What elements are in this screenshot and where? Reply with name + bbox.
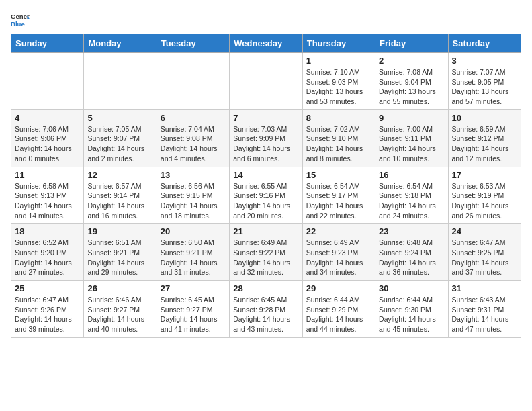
- svg-text:Blue: Blue: [11, 20, 25, 28]
- day-number: 22: [306, 226, 371, 236]
- day-cell: 14Sunrise: 6:55 AM Sunset: 9:16 PM Dayli…: [230, 167, 302, 224]
- day-info: Sunrise: 6:54 AM Sunset: 9:18 PM Dayligh…: [379, 181, 444, 221]
- day-cell: 26Sunrise: 6:46 AM Sunset: 9:27 PM Dayli…: [84, 281, 157, 338]
- day-cell: 9Sunrise: 7:00 AM Sunset: 9:11 PM Daylig…: [375, 109, 448, 167]
- day-info: Sunrise: 7:06 AM Sunset: 9:06 PM Dayligh…: [15, 124, 80, 164]
- logo: General Blue: [11, 11, 30, 30]
- day-cell: [11, 53, 84, 110]
- day-cell: 20Sunrise: 6:50 AM Sunset: 9:21 PM Dayli…: [157, 224, 229, 281]
- day-info: Sunrise: 6:52 AM Sunset: 9:20 PM Dayligh…: [15, 238, 80, 277]
- day-number: 27: [161, 283, 226, 293]
- day-cell: 4Sunrise: 7:06 AM Sunset: 9:06 PM Daylig…: [11, 109, 84, 167]
- day-cell: 11Sunrise: 6:58 AM Sunset: 9:13 PM Dayli…: [11, 167, 84, 224]
- day-info: Sunrise: 6:59 AM Sunset: 9:12 PM Dayligh…: [452, 124, 517, 164]
- day-info: Sunrise: 6:57 AM Sunset: 9:14 PM Dayligh…: [87, 181, 152, 221]
- day-info: Sunrise: 7:00 AM Sunset: 9:11 PM Dayligh…: [379, 124, 444, 164]
- day-number: 11: [15, 170, 80, 180]
- day-cell: 22Sunrise: 6:49 AM Sunset: 9:23 PM Dayli…: [302, 224, 375, 281]
- day-cell: 7Sunrise: 7:03 AM Sunset: 9:09 PM Daylig…: [230, 109, 302, 167]
- day-cell: 27Sunrise: 6:45 AM Sunset: 9:27 PM Dayli…: [157, 281, 229, 338]
- day-info: Sunrise: 7:03 AM Sunset: 9:09 PM Dayligh…: [233, 124, 298, 164]
- col-header-wednesday: Wednesday: [230, 34, 302, 53]
- day-cell: 15Sunrise: 6:54 AM Sunset: 9:17 PM Dayli…: [302, 167, 375, 224]
- day-cell: 25Sunrise: 6:47 AM Sunset: 9:26 PM Dayli…: [11, 281, 84, 338]
- day-cell: [157, 53, 229, 110]
- day-cell: 18Sunrise: 6:52 AM Sunset: 9:20 PM Dayli…: [11, 224, 84, 281]
- col-header-thursday: Thursday: [302, 34, 375, 53]
- day-number: 8: [306, 113, 371, 123]
- day-cell: 21Sunrise: 6:49 AM Sunset: 9:22 PM Dayli…: [230, 224, 302, 281]
- day-number: 4: [15, 113, 80, 123]
- day-cell: 17Sunrise: 6:53 AM Sunset: 9:19 PM Dayli…: [448, 167, 521, 224]
- day-info: Sunrise: 7:10 AM Sunset: 9:03 PM Dayligh…: [306, 67, 371, 107]
- day-info: Sunrise: 6:47 AM Sunset: 9:25 PM Dayligh…: [452, 238, 517, 277]
- day-number: 5: [87, 113, 152, 123]
- day-number: 2: [379, 56, 444, 66]
- day-number: 30: [379, 283, 444, 293]
- day-info: Sunrise: 6:48 AM Sunset: 9:24 PM Dayligh…: [379, 238, 444, 277]
- day-cell: 6Sunrise: 7:04 AM Sunset: 9:08 PM Daylig…: [157, 109, 229, 167]
- day-info: Sunrise: 7:02 AM Sunset: 9:10 PM Dayligh…: [306, 124, 371, 164]
- week-row-2: 4Sunrise: 7:06 AM Sunset: 9:06 PM Daylig…: [11, 109, 521, 167]
- week-row-5: 25Sunrise: 6:47 AM Sunset: 9:26 PM Dayli…: [11, 281, 521, 338]
- day-number: 3: [452, 56, 517, 66]
- day-number: 13: [161, 170, 226, 180]
- day-cell: 23Sunrise: 6:48 AM Sunset: 9:24 PM Dayli…: [375, 224, 448, 281]
- header: General Blue: [11, 11, 521, 30]
- col-header-saturday: Saturday: [448, 34, 521, 53]
- day-cell: 8Sunrise: 7:02 AM Sunset: 9:10 PM Daylig…: [302, 109, 375, 167]
- day-info: Sunrise: 6:51 AM Sunset: 9:21 PM Dayligh…: [87, 238, 152, 277]
- day-number: 21: [233, 226, 298, 236]
- day-number: 9: [379, 113, 444, 123]
- day-number: 16: [379, 170, 444, 180]
- day-cell: 30Sunrise: 6:44 AM Sunset: 9:30 PM Dayli…: [375, 281, 448, 338]
- day-info: Sunrise: 6:45 AM Sunset: 9:28 PM Dayligh…: [233, 295, 298, 334]
- day-info: Sunrise: 6:54 AM Sunset: 9:17 PM Dayligh…: [306, 181, 371, 221]
- day-number: 12: [87, 170, 152, 180]
- day-cell: 10Sunrise: 6:59 AM Sunset: 9:12 PM Dayli…: [448, 109, 521, 167]
- day-info: Sunrise: 6:45 AM Sunset: 9:27 PM Dayligh…: [161, 295, 226, 334]
- day-cell: 28Sunrise: 6:45 AM Sunset: 9:28 PM Dayli…: [230, 281, 302, 338]
- day-cell: 29Sunrise: 6:44 AM Sunset: 9:29 PM Dayli…: [302, 281, 375, 338]
- day-info: Sunrise: 6:49 AM Sunset: 9:23 PM Dayligh…: [306, 238, 371, 277]
- col-header-sunday: Sunday: [11, 34, 84, 53]
- day-cell: 16Sunrise: 6:54 AM Sunset: 9:18 PM Dayli…: [375, 167, 448, 224]
- col-header-monday: Monday: [84, 34, 157, 53]
- day-info: Sunrise: 6:44 AM Sunset: 9:30 PM Dayligh…: [379, 295, 444, 334]
- day-cell: 12Sunrise: 6:57 AM Sunset: 9:14 PM Dayli…: [84, 167, 157, 224]
- day-cell: 1Sunrise: 7:10 AM Sunset: 9:03 PM Daylig…: [302, 53, 375, 110]
- day-cell: 3Sunrise: 7:07 AM Sunset: 9:05 PM Daylig…: [448, 53, 521, 110]
- day-number: 19: [87, 226, 152, 236]
- day-cell: 2Sunrise: 7:08 AM Sunset: 9:04 PM Daylig…: [375, 53, 448, 110]
- day-info: Sunrise: 6:46 AM Sunset: 9:27 PM Dayligh…: [87, 295, 152, 334]
- day-info: Sunrise: 6:49 AM Sunset: 9:22 PM Dayligh…: [233, 238, 298, 277]
- day-number: 15: [306, 170, 371, 180]
- day-number: 10: [452, 113, 517, 123]
- day-cell: 19Sunrise: 6:51 AM Sunset: 9:21 PM Dayli…: [84, 224, 157, 281]
- week-row-1: 1Sunrise: 7:10 AM Sunset: 9:03 PM Daylig…: [11, 53, 521, 110]
- day-info: Sunrise: 7:05 AM Sunset: 9:07 PM Dayligh…: [87, 124, 152, 164]
- day-info: Sunrise: 6:43 AM Sunset: 9:31 PM Dayligh…: [452, 295, 517, 334]
- day-info: Sunrise: 6:53 AM Sunset: 9:19 PM Dayligh…: [452, 181, 517, 221]
- day-number: 24: [452, 226, 517, 236]
- day-cell: [84, 53, 157, 110]
- day-number: 7: [233, 113, 298, 123]
- week-row-4: 18Sunrise: 6:52 AM Sunset: 9:20 PM Dayli…: [11, 224, 521, 281]
- day-info: Sunrise: 7:07 AM Sunset: 9:05 PM Dayligh…: [452, 67, 517, 107]
- day-info: Sunrise: 7:08 AM Sunset: 9:04 PM Dayligh…: [379, 67, 444, 107]
- day-cell: 31Sunrise: 6:43 AM Sunset: 9:31 PM Dayli…: [448, 281, 521, 338]
- day-number: 6: [161, 113, 226, 123]
- day-number: 29: [306, 283, 371, 293]
- day-number: 20: [161, 226, 226, 236]
- col-header-tuesday: Tuesday: [157, 34, 229, 53]
- day-number: 17: [452, 170, 517, 180]
- day-info: Sunrise: 6:58 AM Sunset: 9:13 PM Dayligh…: [15, 181, 80, 221]
- day-number: 18: [15, 226, 80, 236]
- calendar-header-row: SundayMondayTuesdayWednesdayThursdayFrid…: [11, 34, 521, 53]
- calendar-table: SundayMondayTuesdayWednesdayThursdayFrid…: [11, 34, 521, 338]
- day-number: 28: [233, 283, 298, 293]
- day-number: 23: [379, 226, 444, 236]
- day-info: Sunrise: 6:50 AM Sunset: 9:21 PM Dayligh…: [161, 238, 226, 277]
- day-info: Sunrise: 6:47 AM Sunset: 9:26 PM Dayligh…: [15, 295, 80, 334]
- day-info: Sunrise: 7:04 AM Sunset: 9:08 PM Dayligh…: [161, 124, 226, 164]
